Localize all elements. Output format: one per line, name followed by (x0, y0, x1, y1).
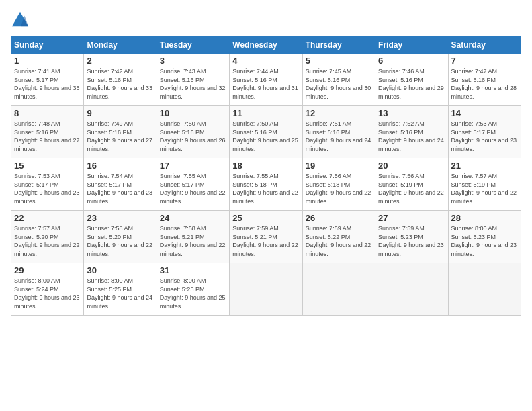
calendar-day-empty (302, 263, 375, 316)
day-header-wednesday: Wednesday (230, 37, 302, 54)
calendar-day-12: 12Sunrise: 7:51 AMSunset: 5:16 PMDayligh… (302, 106, 375, 158)
day-header-monday: Monday (84, 37, 157, 54)
calendar-day-10: 10Sunrise: 7:50 AMSunset: 5:16 PMDayligh… (157, 106, 229, 158)
logo (11, 11, 31, 30)
calendar-week-3: 15Sunrise: 7:53 AMSunset: 5:17 PMDayligh… (11, 158, 521, 211)
calendar-day-20: 20Sunrise: 7:56 AMSunset: 5:19 PMDayligh… (375, 158, 448, 211)
page-container: SundayMondayTuesdayWednesdayThursdayFrid… (0, 0, 532, 321)
calendar-day-4: 4Sunrise: 7:44 AMSunset: 5:16 PMDaylight… (230, 54, 302, 106)
calendar-day-7: 7Sunrise: 7:47 AMSunset: 5:16 PMDaylight… (448, 54, 521, 106)
calendar-day-empty (230, 263, 302, 316)
calendar-day-5: 5Sunrise: 7:45 AMSunset: 5:16 PMDaylight… (302, 54, 375, 106)
calendar-day-31: 31Sunrise: 8:00 AMSunset: 5:25 PMDayligh… (157, 263, 229, 316)
calendar-day-empty (375, 263, 448, 316)
calendar-day-22: 22Sunrise: 7:57 AMSunset: 5:20 PMDayligh… (11, 211, 84, 263)
calendar-day-24: 24Sunrise: 7:58 AMSunset: 5:21 PMDayligh… (157, 211, 229, 263)
calendar-week-1: 1Sunrise: 7:41 AMSunset: 5:17 PMDaylight… (11, 54, 521, 106)
calendar-day-27: 27Sunrise: 7:59 AMSunset: 5:23 PMDayligh… (375, 211, 448, 263)
calendar-week-5: 29Sunrise: 8:00 AMSunset: 5:24 PMDayligh… (11, 263, 521, 316)
calendar-day-26: 26Sunrise: 7:59 AMSunset: 5:22 PMDayligh… (302, 211, 375, 263)
day-header-sunday: Sunday (11, 37, 84, 54)
calendar-day-23: 23Sunrise: 7:58 AMSunset: 5:20 PMDayligh… (84, 211, 157, 263)
calendar-day-21: 21Sunrise: 7:57 AMSunset: 5:19 PMDayligh… (448, 158, 521, 211)
calendar-day-8: 8Sunrise: 7:48 AMSunset: 5:16 PMDaylight… (11, 106, 84, 158)
calendar-day-28: 28Sunrise: 8:00 AMSunset: 5:23 PMDayligh… (448, 211, 521, 263)
calendar-day-empty (448, 263, 521, 316)
calendar-day-15: 15Sunrise: 7:53 AMSunset: 5:17 PMDayligh… (11, 158, 84, 211)
calendar-day-2: 2Sunrise: 7:42 AMSunset: 5:16 PMDaylight… (84, 54, 157, 106)
calendar-week-2: 8Sunrise: 7:48 AMSunset: 5:16 PMDaylight… (11, 106, 521, 158)
calendar-table: SundayMondayTuesdayWednesdayThursdayFrid… (11, 36, 521, 316)
calendar-day-13: 13Sunrise: 7:52 AMSunset: 5:16 PMDayligh… (375, 106, 448, 158)
logo-icon (11, 11, 30, 30)
day-header-saturday: Saturday (448, 37, 521, 54)
calendar-day-3: 3Sunrise: 7:43 AMSunset: 5:16 PMDaylight… (157, 54, 229, 106)
page-header (11, 11, 521, 30)
calendar-day-18: 18Sunrise: 7:55 AMSunset: 5:18 PMDayligh… (230, 158, 302, 211)
calendar-day-16: 16Sunrise: 7:54 AMSunset: 5:17 PMDayligh… (84, 158, 157, 211)
calendar-header-row: SundayMondayTuesdayWednesdayThursdayFrid… (11, 37, 521, 54)
day-header-thursday: Thursday (302, 37, 375, 54)
calendar-day-9: 9Sunrise: 7:49 AMSunset: 5:16 PMDaylight… (84, 106, 157, 158)
day-header-tuesday: Tuesday (157, 37, 229, 54)
calendar-day-30: 30Sunrise: 8:00 AMSunset: 5:25 PMDayligh… (84, 263, 157, 316)
calendar-day-6: 6Sunrise: 7:46 AMSunset: 5:16 PMDaylight… (375, 54, 448, 106)
calendar-day-14: 14Sunrise: 7:53 AMSunset: 5:17 PMDayligh… (448, 106, 521, 158)
calendar-day-17: 17Sunrise: 7:55 AMSunset: 5:17 PMDayligh… (157, 158, 229, 211)
calendar-day-11: 11Sunrise: 7:50 AMSunset: 5:16 PMDayligh… (230, 106, 302, 158)
calendar-day-1: 1Sunrise: 7:41 AMSunset: 5:17 PMDaylight… (11, 54, 84, 106)
calendar-week-4: 22Sunrise: 7:57 AMSunset: 5:20 PMDayligh… (11, 211, 521, 263)
day-header-friday: Friday (375, 37, 448, 54)
calendar-day-29: 29Sunrise: 8:00 AMSunset: 5:24 PMDayligh… (11, 263, 84, 316)
calendar-day-25: 25Sunrise: 7:59 AMSunset: 5:21 PMDayligh… (230, 211, 302, 263)
calendar-day-19: 19Sunrise: 7:56 AMSunset: 5:18 PMDayligh… (302, 158, 375, 211)
